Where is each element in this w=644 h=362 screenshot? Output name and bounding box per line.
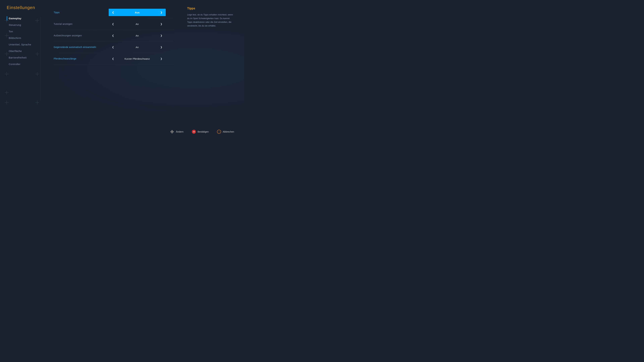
sidebar-item-steuerung[interactable]: Steuerung: [7, 22, 44, 28]
setting-control-pferdeschwanz: ❮Kurzer Pferdeschwanz❯: [100, 55, 174, 62]
setting-row-gegenstaende: Gegenstände automatisch einsammeln❮An❯: [54, 41, 174, 53]
description-text: Lege fest, ob du Tipps erhalten möchtest…: [187, 13, 234, 28]
setting-label-gegenstaende: Gegenstände automatisch einsammeln: [54, 46, 100, 48]
setting-value-aufzeichnungen: An: [114, 34, 160, 37]
setting-label-pferdeschwanz: Pferdeschwanzlänge: [54, 57, 100, 60]
description-panel: Tipps Lege fest, ob du Tipps erhalten mö…: [184, 5, 238, 132]
arrow-left-aufzeichnungen[interactable]: ❮: [112, 34, 114, 37]
page-title: Einstellungen: [7, 5, 44, 10]
arrow-right-tutorial[interactable]: ❯: [160, 23, 162, 25]
arrow-right-gegenstaende[interactable]: ❯: [160, 46, 162, 48]
setting-btn-gegenstaende[interactable]: ❮An❯: [109, 43, 166, 51]
setting-value-tipps: Aus: [114, 11, 160, 14]
sidebar-item-gameplay[interactable]: Gameplay: [7, 15, 44, 21]
setting-label-tutorial: Tutorial anzeigen: [54, 23, 100, 25]
setting-control-tutorial: ❮An❯: [100, 20, 174, 28]
setting-btn-tutorial[interactable]: ❮An❯: [109, 20, 166, 28]
setting-row-aufzeichnungen: Aufzeichnungen anzeigen❮An❯: [54, 30, 174, 41]
arrow-right-aufzeichnungen[interactable]: ❯: [160, 34, 162, 37]
arrow-left-tutorial[interactable]: ❮: [112, 23, 114, 25]
sidebar-item-ton[interactable]: Ton: [7, 28, 44, 34]
sidebar-item-barrierefreiheit[interactable]: Barrierefreiheit: [7, 54, 44, 61]
setting-label-tipps: Tipps: [54, 11, 100, 14]
content-area: Tipps❮Aus❯Tutorial anzeigen❮An❯Aufzeichn…: [44, 5, 184, 132]
setting-row-tipps: Tipps❮Aus❯: [54, 7, 174, 18]
setting-control-gegenstaende: ❮An❯: [100, 43, 174, 51]
setting-label-aufzeichnungen: Aufzeichnungen anzeigen: [54, 34, 100, 37]
setting-value-pferdeschwanz: Kurzer Pferdeschwanz: [114, 57, 160, 60]
sidebar-item-controller[interactable]: Controller: [7, 61, 44, 67]
setting-control-tipps: ❮Aus❯: [100, 9, 174, 16]
setting-btn-pferdeschwanz[interactable]: ❮Kurzer Pferdeschwanz❯: [109, 55, 166, 62]
sidebar-nav: GameplaySteuerungTonBildschirmUntertitel…: [7, 15, 44, 67]
arrow-left-gegenstaende[interactable]: ❮: [112, 46, 114, 48]
setting-row-pferdeschwanz: Pferdeschwanzlänge❮Kurzer Pferdeschwanz❯: [54, 53, 174, 64]
sidebar-item-bildschirm[interactable]: Bildschirm: [7, 35, 44, 41]
setting-btn-aufzeichnungen[interactable]: ❮An❯: [109, 32, 166, 39]
setting-value-tutorial: An: [114, 23, 160, 25]
setting-btn-tipps[interactable]: ❮Aus❯: [109, 9, 166, 16]
arrow-right-pferdeschwanz[interactable]: ❯: [160, 57, 162, 60]
description-title: Tipps: [187, 7, 234, 10]
setting-row-tutorial: Tutorial anzeigen❮An❯: [54, 18, 174, 30]
setting-control-aufzeichnungen: ❮An❯: [100, 32, 174, 39]
sidebar: Einstellungen GameplaySteuerungTonBildsc…: [7, 5, 44, 132]
arrow-left-tipps[interactable]: ❮: [112, 11, 114, 14]
settings-rows: Tipps❮Aus❯Tutorial anzeigen❮An❯Aufzeichn…: [54, 7, 174, 64]
sidebar-item-untertitel[interactable]: Untertitel, Sprache: [7, 41, 44, 48]
sidebar-item-oberflaeche[interactable]: Oberfläche: [7, 48, 44, 54]
arrow-left-pferdeschwanz[interactable]: ❮: [112, 57, 114, 60]
setting-value-gegenstaende: An: [114, 46, 160, 49]
arrow-right-tipps[interactable]: ❯: [160, 11, 162, 14]
